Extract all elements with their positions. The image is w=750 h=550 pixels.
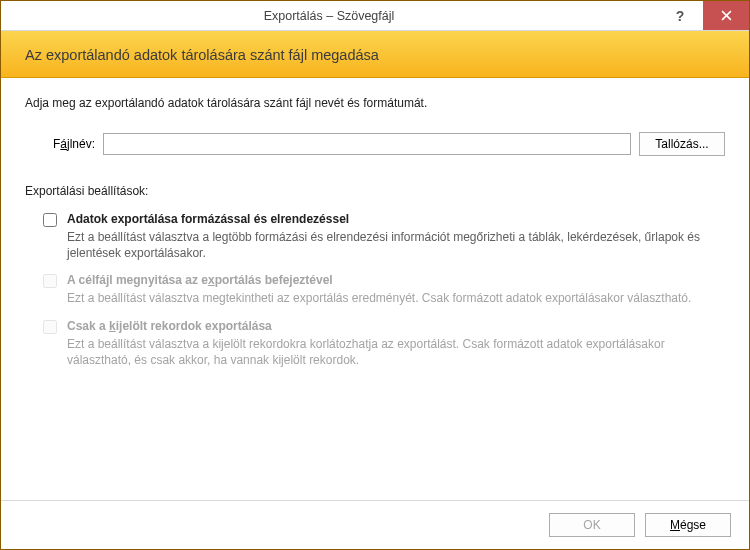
close-icon: [721, 10, 732, 21]
option-open-after-export-title: A célfájl megnyitása az exportálás befej…: [67, 273, 725, 287]
option-selected-records-checkbox: [43, 320, 57, 334]
close-button[interactable]: [703, 1, 749, 30]
help-button[interactable]: ?: [657, 1, 703, 30]
option-selected-records: Csak a kijelölt rekordok exportálása Ezt…: [25, 315, 725, 376]
option-selected-records-title: Csak a kijelölt rekordok exportálása: [67, 319, 725, 333]
window-title: Exportálás – Szövegfájl: [1, 1, 657, 30]
option-export-formatting-checkbox[interactable]: [43, 213, 57, 227]
filename-input[interactable]: [103, 133, 631, 155]
option-open-after-export: A célfájl megnyitása az exportálás befej…: [25, 269, 725, 314]
ok-button: OK: [549, 513, 635, 537]
export-settings-label: Exportálási beállítások:: [25, 184, 725, 198]
option-export-formatting: Adatok exportálása formázással és elrend…: [25, 208, 725, 269]
dialog-banner: Az exportálandó adatok tárolására szánt …: [1, 31, 749, 78]
titlebar: Exportálás – Szövegfájl ?: [1, 1, 749, 31]
filename-label: Fájlnév:: [25, 137, 95, 151]
cancel-button[interactable]: Mégse: [645, 513, 731, 537]
option-selected-records-desc: Ezt a beállítást választva a kijelölt re…: [67, 336, 725, 368]
export-dialog: Exportálás – Szövegfájl ? Az exportáland…: [0, 0, 750, 550]
option-export-formatting-desc: Ezt a beállítást választva a legtöbb for…: [67, 229, 725, 261]
browse-button[interactable]: Tallózás...: [639, 132, 725, 156]
instruction-text: Adja meg az exportálandó adatok tárolásá…: [25, 96, 725, 110]
banner-title: Az exportálandó adatok tárolására szánt …: [25, 47, 725, 63]
file-row: Fájlnév: Tallózás...: [25, 132, 725, 156]
dialog-footer: OK Mégse: [1, 500, 749, 549]
window-controls: ?: [657, 1, 749, 30]
dialog-content: Adja meg az exportálandó adatok tárolásá…: [1, 78, 749, 500]
option-open-after-export-checkbox: [43, 274, 57, 288]
option-open-after-export-desc: Ezt a beállítást választva megtekintheti…: [67, 290, 725, 306]
option-export-formatting-title: Adatok exportálása formázással és elrend…: [67, 212, 725, 226]
